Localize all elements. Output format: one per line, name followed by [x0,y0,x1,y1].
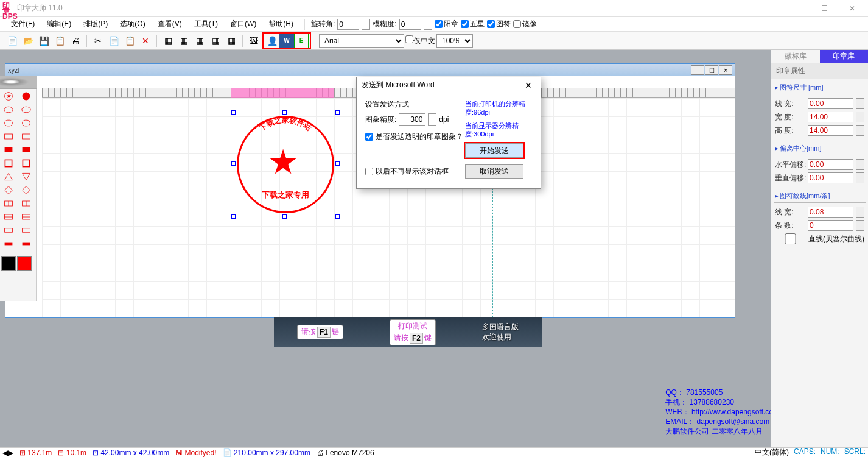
shape-round2[interactable] [19,117,33,129]
chk-mirror[interactable] [513,20,521,28]
minimize-button[interactable]: — [783,0,811,17]
shape-solid[interactable] [19,90,33,102]
precision-input[interactable] [399,113,425,126]
blur-input[interactable] [399,19,421,30]
dialog-title: 发送到 Microsoft Word [362,80,435,90]
paste-button[interactable]: 📋 [122,34,137,48]
svg-rect-11 [22,147,30,152]
btn-cancel[interactable]: 取消发送 [465,164,523,179]
align-3[interactable]: ▦ [192,34,207,48]
cloud-text: 多国语言版 欢迎使用 [482,322,519,342]
font-select[interactable]: Arial [319,34,404,48]
svg-rect-27 [22,228,30,232]
shape-m1[interactable] [1,224,16,236]
key-hint-2: 打印测试 请按F2键 [390,319,436,345]
shape-m2[interactable] [19,224,33,236]
shape-ellipse[interactable] [1,104,16,116]
doc-min[interactable]: — [691,65,704,75]
menu-options[interactable]: 选项(O) [115,18,150,30]
doc-close[interactable]: ✕ [719,65,732,75]
print-button[interactable]: 🖨 [68,34,83,48]
cut-button[interactable]: ✂ [91,34,105,48]
menu-layout[interactable]: 排版(P) [79,18,113,30]
shape-sq2[interactable] [19,157,33,169]
shape-h1[interactable] [1,211,16,223]
align-2[interactable]: ▦ [177,34,191,48]
shape-round[interactable] [1,117,16,129]
height-input[interactable] [808,125,853,136]
delete-button[interactable]: ✕ [138,34,153,48]
doc-max[interactable]: ☐ [705,65,718,75]
tex-count-input[interactable] [808,220,853,231]
shape-grid[interactable] [1,144,16,156]
svg-marker-16 [5,186,13,194]
voff-input[interactable] [808,172,853,183]
chk-cn-only[interactable] [405,35,413,43]
shape-split[interactable] [1,197,16,210]
menu-window[interactable]: 窗口(W) [225,18,261,30]
send-user-icon[interactable]: 👤 [265,34,279,48]
shape-tri2[interactable] [19,171,33,183]
menu-help[interactable]: 帮助(H) [264,18,298,30]
align-4[interactable]: ▦ [208,34,223,48]
new-button[interactable]: 📄 [5,34,19,48]
open-button[interactable]: 📂 [21,34,35,48]
section-offset[interactable]: 偏离中心[mm] [774,142,866,155]
svg-point-5 [21,107,30,113]
send-excel-icon[interactable]: E [294,34,309,48]
hoff-input[interactable] [808,159,853,170]
align-5[interactable]: ▦ [224,34,239,48]
shape-rect2[interactable] [19,130,33,143]
shape-split2[interactable] [19,197,33,210]
svg-rect-12 [5,160,12,166]
color-black[interactable] [1,256,16,271]
svg-text:★: ★ [6,93,12,99]
send-image[interactable]: 🖼 [247,34,261,48]
menu-file[interactable]: 文件(F) [6,18,40,30]
rotate-spinner[interactable] [362,19,370,30]
chk-transparent[interactable] [365,133,373,141]
chk-bezier[interactable] [775,233,806,244]
menu-edit[interactable]: 编辑(E) [42,18,76,30]
export-button[interactable]: 📋 [52,34,67,48]
shape-sq[interactable] [1,157,16,169]
section-size[interactable]: 图符尺寸 [mm] [774,81,866,94]
chk-tufu[interactable] [487,20,495,28]
shape-grid2[interactable] [19,144,33,156]
color-red[interactable] [17,256,32,271]
align-1[interactable]: ▦ [161,34,175,48]
tab-badge-lib[interactable]: 徽标库 [771,50,820,63]
btn-send[interactable]: 开始发送 [465,143,523,158]
precision-spinner[interactable] [428,113,436,126]
shape-ellipse2[interactable] [19,104,33,116]
shape-tri[interactable] [1,171,16,183]
save-button[interactable]: 💾 [37,34,51,48]
rotate-input[interactable] [337,19,359,30]
shape-diamond2[interactable] [19,184,33,196]
tab-seal-lib[interactable]: 印章库 [820,50,869,63]
dialog-close[interactable]: ✕ [521,80,536,90]
shape-h2[interactable] [19,211,33,223]
shape-star[interactable]: ★ [1,90,16,102]
chk-yang[interactable] [435,20,443,28]
send-word-icon[interactable]: W [279,34,294,48]
blur-spinner[interactable] [424,19,432,30]
shape-n2[interactable] [19,238,33,250]
line-width-input[interactable] [808,98,853,109]
section-texture[interactable]: 图符纹线[mm/条] [774,190,866,203]
shape-diamond[interactable] [1,184,16,196]
shape-rect[interactable] [1,130,16,143]
seal-selection[interactable]: 下载之家软件站 ★ 下载之家专用 [234,113,337,216]
copy-button[interactable]: 📄 [107,34,121,48]
tex-line-input[interactable] [808,207,853,218]
chk-wuxing[interactable] [461,20,469,28]
menu-tools[interactable]: 工具(T) [189,18,223,30]
zoom-select[interactable]: 100% [436,34,473,48]
svg-rect-13 [23,160,29,166]
chk-noshow[interactable] [365,168,373,175]
shape-n1[interactable] [1,238,16,250]
width-input[interactable] [808,112,853,122]
close-button[interactable]: ✕ [838,0,866,17]
menu-view[interactable]: 查看(V) [153,18,187,30]
maximize-button[interactable]: ☐ [811,0,838,17]
